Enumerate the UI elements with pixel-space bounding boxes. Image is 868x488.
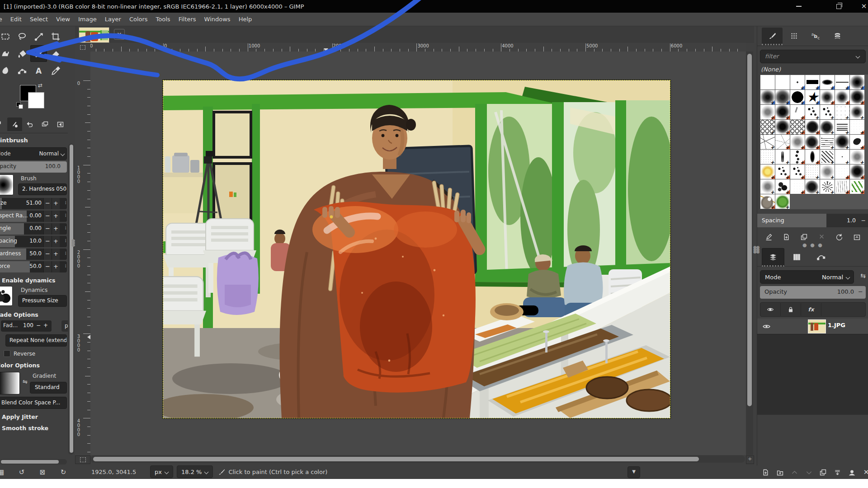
horizontal-ruler[interactable]: -10000100020003000400050006000 bbox=[90, 43, 746, 52]
brush-name-button[interactable]: 2. Hardness 050 bbox=[18, 183, 67, 195]
brush-item-21[interactable]: + bbox=[850, 105, 864, 119]
tab-undo[interactable] bbox=[22, 117, 38, 131]
minus-icon[interactable]: − bbox=[43, 223, 52, 235]
brush-item-11[interactable]: ★+ bbox=[805, 90, 820, 104]
brush-item-51[interactable]: + bbox=[775, 179, 790, 194]
brush-item-30[interactable]: + bbox=[775, 135, 790, 149]
enable-dynamics-checkbox-label[interactable]: Enable dynamics bbox=[0, 274, 67, 285]
brush-item-50[interactable]: + bbox=[760, 179, 775, 194]
brush-item-8[interactable]: + bbox=[760, 90, 775, 104]
tab-collapse[interactable] bbox=[52, 117, 68, 131]
color-picker-tool-button[interactable] bbox=[47, 62, 64, 79]
menu-select[interactable]: Select bbox=[26, 16, 52, 23]
lock-lock-button[interactable] bbox=[781, 303, 801, 316]
delete-preset-icon[interactable]: ⊠ bbox=[38, 468, 47, 476]
minus-icon[interactable]: − bbox=[43, 261, 52, 272]
lock-visibility-button[interactable] bbox=[760, 303, 781, 316]
brush-item-29[interactable]: + bbox=[760, 135, 775, 149]
brush-item-54[interactable]: + bbox=[820, 179, 835, 194]
paths-tool-button[interactable] bbox=[14, 62, 30, 79]
slider-aspect-ra-[interactable]: Aspect Ra...0.00−+⁞ bbox=[0, 211, 67, 222]
brush-item-36[interactable]: + bbox=[760, 150, 775, 164]
tab-paths[interactable] bbox=[810, 248, 832, 266]
layer-list-empty[interactable] bbox=[757, 334, 868, 415]
brush-item-49[interactable]: + bbox=[850, 164, 864, 179]
tab-brushes[interactable] bbox=[762, 28, 783, 45]
paint-mode-combo[interactable]: Mode Normal bbox=[0, 147, 67, 160]
bucket-fill-tool-button[interactable] bbox=[14, 45, 30, 62]
right-dock-grip[interactable]: ●●●●●● bbox=[753, 246, 756, 256]
canvas-vscrollbar[interactable] bbox=[746, 52, 753, 455]
layer-row-1jpg[interactable]: 1.JPG bbox=[757, 319, 868, 334]
brush-item-45[interactable]: + bbox=[790, 164, 805, 179]
left-dock-scrollbar[interactable] bbox=[68, 144, 74, 455]
repeat-combo[interactable]: Repeat None (extend... bbox=[5, 334, 67, 347]
minus-icon[interactable]: − bbox=[43, 198, 52, 209]
brush-item-53[interactable]: + bbox=[805, 179, 820, 194]
save-preset-icon[interactable]: ▦ bbox=[0, 468, 5, 476]
brush-item-28[interactable]: + bbox=[850, 120, 864, 134]
slider-size[interactable]: Size51.00−+⁞ bbox=[0, 198, 67, 209]
dock-drag-dots[interactable]: ● ● ● bbox=[757, 244, 868, 247]
brush-item-7[interactable]: + bbox=[850, 75, 864, 89]
brush-item-19[interactable]: + bbox=[820, 105, 835, 119]
brush-item-24[interactable]: + bbox=[790, 120, 805, 134]
brush-item-18[interactable]: + bbox=[805, 105, 820, 119]
brush-item-10[interactable]: + bbox=[790, 90, 805, 104]
smudge-tool-button[interactable] bbox=[0, 62, 14, 79]
brush-item-34[interactable]: + bbox=[835, 135, 849, 149]
plus-icon[interactable]: + bbox=[52, 249, 60, 260]
layer-opacity-slider[interactable]: Opacity 100.0 − bbox=[760, 286, 866, 299]
brush-item-23[interactable]: + bbox=[775, 120, 790, 134]
crop-tool-button[interactable] bbox=[47, 28, 64, 45]
duplicate-layer-button[interactable] bbox=[818, 467, 829, 478]
image-tab-thumbnail[interactable] bbox=[79, 27, 109, 43]
opacity-slider[interactable]: Opacity 100.0 bbox=[0, 161, 67, 173]
menu-colors[interactable]: Colors bbox=[125, 16, 152, 23]
brush-item-5[interactable]: + bbox=[820, 75, 835, 89]
plus-icon[interactable]: + bbox=[43, 322, 48, 328]
merge-down-button[interactable] bbox=[832, 467, 843, 478]
restore-button[interactable] bbox=[828, 0, 849, 13]
brush-item-58[interactable]: + bbox=[775, 194, 790, 209]
brush-item-43[interactable]: + bbox=[760, 164, 775, 179]
layer-visibility-eye-icon[interactable] bbox=[757, 323, 775, 330]
minimize-button[interactable] bbox=[788, 0, 809, 13]
menu-windows[interactable]: Windows bbox=[200, 16, 235, 23]
default-colors-icon[interactable] bbox=[16, 102, 22, 108]
brush-item-47[interactable]: + bbox=[820, 164, 835, 179]
menu-edit[interactable]: Edit bbox=[6, 16, 26, 23]
flip-gradient-icon[interactable]: ⇋ bbox=[23, 378, 28, 385]
plus-icon[interactable]: + bbox=[52, 198, 60, 209]
paintbrush-tool-button[interactable] bbox=[30, 45, 47, 62]
slider-force[interactable]: Force50.0−+⁞ bbox=[0, 261, 67, 272]
brush-item-14[interactable]: + bbox=[850, 90, 864, 104]
edit-brush-button[interactable] bbox=[762, 231, 775, 243]
layer-mode-combo[interactable]: Mode Normal bbox=[760, 270, 854, 284]
brush-item-38[interactable]: + bbox=[790, 150, 805, 164]
statusbar-menu-button[interactable]: ▼ bbox=[627, 466, 640, 478]
minus-icon[interactable]: − bbox=[36, 322, 41, 328]
plus-icon[interactable]: + bbox=[52, 211, 60, 222]
new-layer-button[interactable] bbox=[760, 467, 771, 478]
brush-item-20[interactable]: + bbox=[835, 105, 849, 119]
new-group-button[interactable] bbox=[775, 467, 786, 478]
tool-options-hscrollbar[interactable] bbox=[0, 459, 67, 465]
brush-item-55[interactable]: + bbox=[835, 179, 849, 194]
open-brush-as-image-button[interactable] bbox=[850, 231, 864, 243]
duplicate-brush-button[interactable] bbox=[797, 231, 811, 243]
brush-item-41[interactable]: + bbox=[835, 150, 849, 164]
brush-item-48[interactable]: + bbox=[835, 164, 849, 179]
gradient-thumbnail[interactable] bbox=[0, 372, 20, 394]
brush-item-42[interactable]: + bbox=[850, 150, 864, 164]
delete-layer-button[interactable]: ✕ bbox=[861, 467, 868, 478]
rect-select-tool-button[interactable] bbox=[0, 28, 14, 45]
brush-item-12[interactable]: + bbox=[820, 90, 835, 104]
menu-view[interactable]: View bbox=[52, 16, 74, 23]
canvas-navigation-button[interactable]: ✛ bbox=[746, 455, 754, 464]
menu-help[interactable]: Help bbox=[235, 16, 256, 23]
reverse-checkbox[interactable] bbox=[4, 350, 10, 357]
measure-tool-button[interactable] bbox=[30, 28, 47, 45]
brush-item-2[interactable] bbox=[775, 75, 790, 89]
minus-icon[interactable]: − bbox=[43, 249, 52, 260]
